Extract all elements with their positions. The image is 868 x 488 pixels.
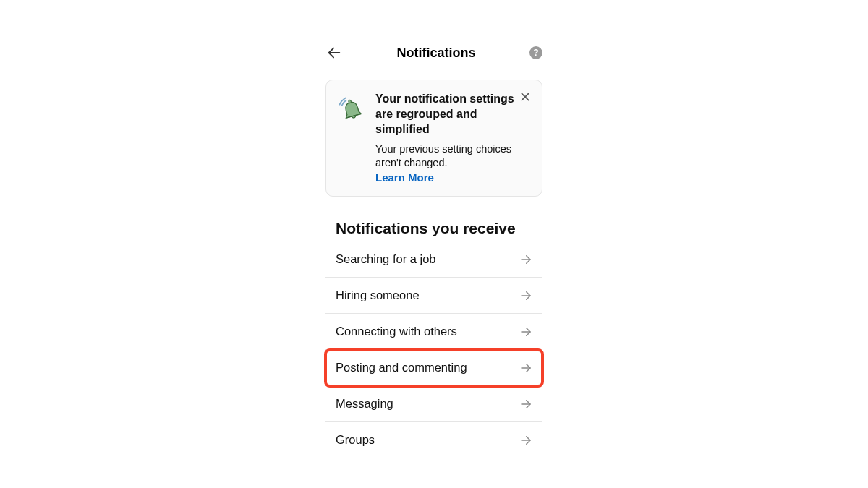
svg-rect-1 xyxy=(349,100,352,103)
arrow-right-icon xyxy=(519,361,532,374)
help-button[interactable]: ? xyxy=(529,46,542,59)
back-button[interactable] xyxy=(326,44,343,61)
settings-row[interactable]: Searching for a job xyxy=(326,241,542,278)
settings-row-label: Searching for a job xyxy=(336,252,436,266)
help-icon: ? xyxy=(533,48,538,58)
settings-row[interactable]: Groups xyxy=(326,422,542,458)
settings-row-label: Groups xyxy=(336,433,375,447)
arrow-right-icon xyxy=(519,325,532,338)
banner-body: Your notification settings are regrouped… xyxy=(375,92,532,184)
close-icon xyxy=(519,91,531,103)
settings-row[interactable]: Messaging xyxy=(326,386,542,422)
close-banner-button[interactable] xyxy=(519,90,532,103)
settings-row-label: Hiring someone xyxy=(336,288,420,302)
settings-row[interactable]: Hiring someone xyxy=(326,278,542,314)
learn-more-link[interactable]: Learn More xyxy=(375,171,434,184)
settings-row[interactable]: Connecting with others xyxy=(326,314,542,350)
section-title: Notifications you receive xyxy=(326,220,542,237)
arrow-right-icon xyxy=(519,253,532,266)
settings-row-label: Messaging xyxy=(336,397,393,411)
page-title: Notifications xyxy=(396,46,475,61)
arrow-left-icon xyxy=(326,45,342,61)
settings-list: Searching for a jobHiring someoneConnect… xyxy=(326,241,542,458)
banner-text: Your previous setting choices aren't cha… xyxy=(375,142,532,170)
arrow-right-icon xyxy=(519,398,532,411)
bell-icon xyxy=(336,96,368,125)
info-banner: Your notification settings are regrouped… xyxy=(326,80,542,197)
arrow-right-icon xyxy=(519,289,532,302)
settings-row-label: Posting and commenting xyxy=(336,361,467,374)
notifications-settings-panel: Notifications ? Your notification settin… xyxy=(326,40,542,488)
banner-title: Your notification settings are regrouped… xyxy=(375,92,532,137)
settings-row-label: Connecting with others xyxy=(336,325,457,338)
settings-row[interactable]: Posting and commenting xyxy=(326,350,542,386)
arrow-right-icon xyxy=(519,434,532,447)
header: Notifications ? xyxy=(326,40,542,72)
